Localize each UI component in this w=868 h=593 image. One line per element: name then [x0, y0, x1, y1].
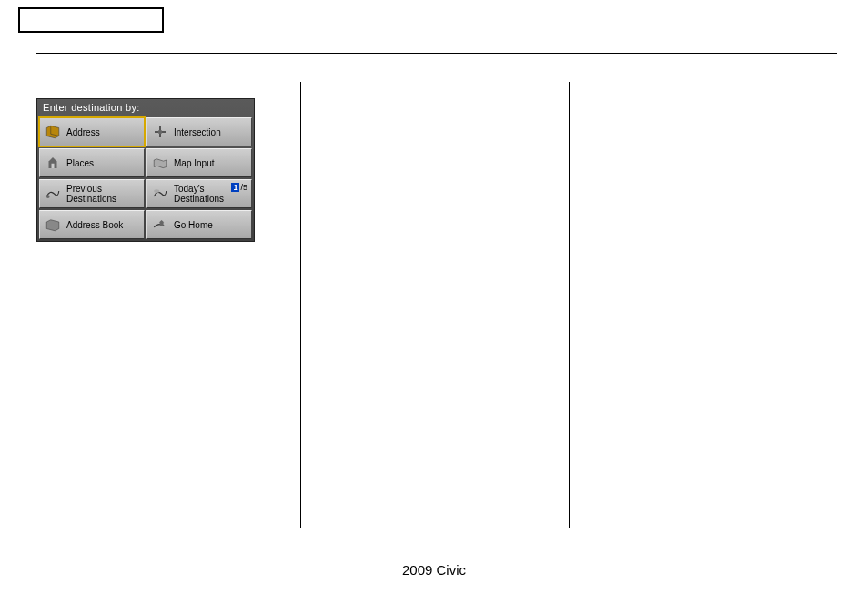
intersection-icon	[151, 123, 169, 141]
book-icon	[44, 123, 62, 141]
horizontal-rule	[36, 53, 837, 54]
nav-btn-intersection[interactable]: Intersection	[146, 117, 252, 146]
nav-btn-label: Places	[66, 158, 94, 168]
address-book-icon	[44, 216, 62, 234]
top-empty-box	[18, 7, 164, 33]
nav-btn-go-home[interactable]: Go Home	[146, 210, 252, 239]
nav-btn-previous-destinations[interactable]: PreviousDestinations	[39, 179, 145, 208]
car-route-icon	[44, 185, 62, 203]
counter-current: 1	[231, 183, 239, 192]
nav-btn-address[interactable]: Address	[39, 117, 145, 146]
cloud-route-icon	[151, 185, 169, 203]
svg-point-0	[158, 130, 163, 135]
nav-header: Enter destination by:	[37, 99, 254, 116]
content-columns: Enter destination by: Address Intersecti…	[36, 82, 837, 537]
nav-btn-label: Map Input	[174, 158, 214, 168]
todays-counter: 1 /5	[231, 183, 248, 192]
nav-btn-places[interactable]: Places	[39, 148, 145, 177]
svg-rect-1	[52, 164, 55, 168]
nav-btn-label: Go Home	[174, 220, 213, 230]
nav-btn-map-input[interactable]: Map Input	[146, 148, 252, 177]
column-3	[569, 82, 837, 528]
nav-btn-label: Today'sDestinations	[174, 184, 224, 204]
svg-point-3	[154, 189, 159, 193]
counter-total: /5	[239, 183, 248, 192]
nav-btn-todays-destinations[interactable]: Today'sDestinations 1 /5	[146, 179, 252, 208]
nav-button-grid: Address Intersection Places	[37, 116, 254, 241]
map-icon	[151, 154, 169, 172]
nav-btn-label: Address	[66, 127, 100, 137]
nav-btn-label: PreviousDestinations	[66, 184, 116, 204]
nav-system-screenshot: Enter destination by: Address Intersecti…	[36, 98, 255, 242]
column-1: Enter destination by: Address Intersecti…	[36, 82, 300, 528]
nav-btn-label: Address Book	[66, 220, 123, 230]
footer-text: 2009 Civic	[0, 562, 868, 578]
nav-btn-address-book[interactable]: Address Book	[39, 210, 145, 239]
nav-btn-label: Intersection	[174, 127, 221, 137]
column-2	[300, 82, 569, 528]
landmark-icon	[44, 154, 62, 172]
home-icon	[151, 216, 169, 234]
svg-point-2	[46, 195, 50, 198]
